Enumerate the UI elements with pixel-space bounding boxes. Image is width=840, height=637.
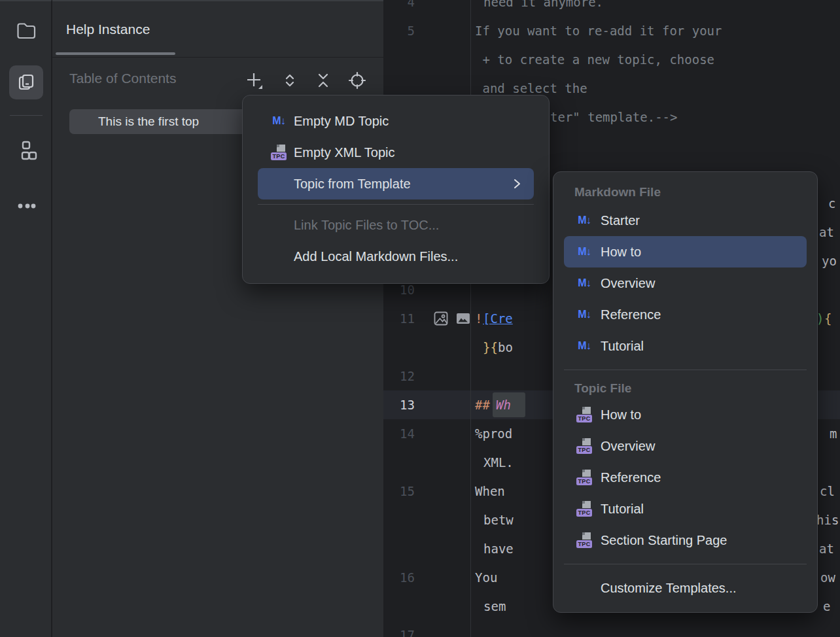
menu-item-label: Starter (601, 213, 640, 228)
more-dots-icon (14, 189, 38, 213)
topics-tool-button[interactable] (9, 65, 43, 99)
code-edge-fragment: e (823, 592, 830, 621)
submenu-item-section-starting-page[interactable]: TPC Section Starting Page (564, 525, 807, 556)
code-line-11-bang: ! (475, 304, 482, 333)
code-line-16-wrap: sem (483, 592, 506, 621)
code-edge-fragment: at (819, 218, 834, 247)
line-number: 11 (383, 304, 415, 333)
code-edge-brace: { (824, 304, 831, 333)
code-line-5-wrap: + to create a new topic, choose (475, 45, 714, 74)
submenu-item-starter[interactable]: M↓ Starter (564, 205, 807, 236)
markdown-file-icon: M↓ (574, 277, 594, 289)
menu-separator (564, 370, 807, 370)
line-number: 17 (383, 621, 415, 637)
menu-item-add-local-markdown[interactable]: Add Local Markdown Files... (258, 241, 534, 272)
more-tool-button[interactable] (9, 184, 43, 218)
submenu-item-how-to-md[interactable]: M↓ How to (564, 236, 807, 267)
ide-window: Help Instance Table of Contents (0, 0, 840, 637)
toolbar-divider (10, 115, 43, 116)
submenu-section-markdown-file: Markdown File (553, 180, 817, 205)
menu-item-label: Customize Templates... (601, 581, 737, 596)
code-line-11-link: [Cre (483, 304, 513, 333)
code-line-15-wrap: have (483, 534, 514, 563)
menu-item-topic-from-template[interactable]: Topic from Template (258, 168, 534, 199)
locate-opened-file-button[interactable] (347, 71, 367, 90)
menu-separator (258, 204, 534, 205)
code-edge-fragment: ow (820, 563, 835, 592)
markdown-file-icon: M↓ (574, 309, 594, 320)
menu-item-label: Reference (601, 470, 661, 485)
project-tool-button[interactable] (9, 14, 43, 48)
code-line-13-marker: ## (475, 390, 490, 419)
line-number-current: 13 (383, 390, 415, 419)
menu-item-label: Topic from Template (294, 177, 411, 192)
crosshair-icon (348, 71, 366, 90)
code-line-11-wrap-braces: }{ (483, 333, 498, 362)
expand-all-icon (281, 71, 299, 90)
menu-item-label: Add Local Markdown Files... (294, 249, 458, 264)
tab-help-instance[interactable]: Help Instance (66, 22, 150, 37)
menu-item-empty-md-topic[interactable]: M↓ Empty MD Topic (258, 105, 534, 137)
submenu-item-how-to-topic[interactable]: TPC How to (564, 399, 807, 430)
structure-tool-button[interactable] (9, 133, 43, 167)
code-edge-fragment: at (819, 534, 834, 563)
image-filled-gutter-icon[interactable] (456, 311, 470, 326)
submenu-item-overview-md[interactable]: M↓ Overview (564, 267, 807, 299)
menu-item-empty-xml-topic[interactable]: TPC Empty XML Topic (258, 137, 534, 168)
submenu-item-reference-md[interactable]: M↓ Reference (564, 299, 807, 330)
topic-file-icon: TPC (574, 532, 594, 548)
image-outline-gutter-icon[interactable] (434, 311, 448, 326)
menu-item-label: Section Starting Page (601, 533, 727, 548)
code-edge-fragment: yo (822, 247, 837, 275)
markdown-file-icon: M↓ (269, 115, 289, 127)
submenu-section-topic-file: Topic File (553, 378, 817, 399)
submenu-item-reference-topic[interactable]: TPC Reference (564, 462, 807, 493)
code-edge-fragment: c (828, 189, 835, 218)
structure-icon (14, 139, 38, 162)
tool-window-header: Help Instance (52, 1, 383, 58)
topic-file-icon: TPC (574, 407, 594, 422)
code-line-11-wrap-text: bo (498, 333, 513, 362)
menu-item-label: How to (601, 245, 641, 260)
menu-item-label: Link Topic Files to TOC... (294, 218, 439, 233)
code-edge-fragment: his (816, 506, 839, 534)
markdown-file-icon: M↓ (574, 215, 594, 226)
submenu-item-customize-templates[interactable]: Customize Templates... (564, 572, 807, 604)
code-edge-fragment: cl (820, 477, 835, 506)
collapse-all-button[interactable] (313, 71, 333, 90)
code-line-14: %prod (475, 419, 512, 448)
code-line-5-wrap: ter" template.--> (550, 103, 677, 131)
folder-icon (14, 19, 38, 43)
expand-all-button[interactable] (280, 71, 300, 90)
topic-file-icon: TPC (269, 145, 289, 160)
line-number: 16 (383, 563, 415, 592)
menu-item-link-topic-files: Link Topic Files to TOC... (258, 209, 534, 241)
menu-separator (564, 564, 807, 564)
menu-item-label: Empty XML Topic (294, 145, 395, 160)
topic-file-icon: TPC (574, 501, 594, 517)
pages-icon (14, 71, 38, 94)
add-topic-button[interactable] (245, 71, 264, 90)
submenu-item-overview-topic[interactable]: TPC Overview (564, 430, 807, 462)
code-line-4: need it anymore. (483, 0, 603, 16)
code-line-15: When (475, 477, 505, 506)
menu-item-label: Empty MD Topic (294, 114, 389, 129)
line-number: 4 (383, 0, 415, 16)
left-tool-stripe (0, 0, 52, 637)
new-topic-context-menu: M↓ Empty MD Topic TPC Empty XML Topic To… (242, 95, 550, 284)
submenu-arrow-icon (510, 177, 523, 190)
markdown-file-icon: M↓ (574, 246, 594, 258)
menu-item-label: Tutorial (601, 502, 644, 517)
code-line-13-heading: Wh (496, 390, 511, 419)
toc-item-first-topic[interactable]: This is the first top (69, 109, 258, 134)
toc-panel-title: Table of Contents (69, 71, 176, 86)
code-line-15-wrap: betw (483, 506, 514, 534)
submenu-item-tutorial-topic[interactable]: TPC Tutorial (564, 493, 807, 525)
submenu-item-tutorial-md[interactable]: M↓ Tutorial (564, 330, 807, 362)
line-number: 14 (383, 419, 415, 448)
menu-item-label: How to (601, 407, 641, 422)
topic-file-icon: TPC (574, 470, 594, 485)
line-number: 15 (383, 477, 415, 506)
topic-template-submenu: Markdown File M↓ Starter M↓ How to M↓ Ov… (553, 171, 818, 613)
topic-file-icon: TPC (574, 438, 594, 454)
